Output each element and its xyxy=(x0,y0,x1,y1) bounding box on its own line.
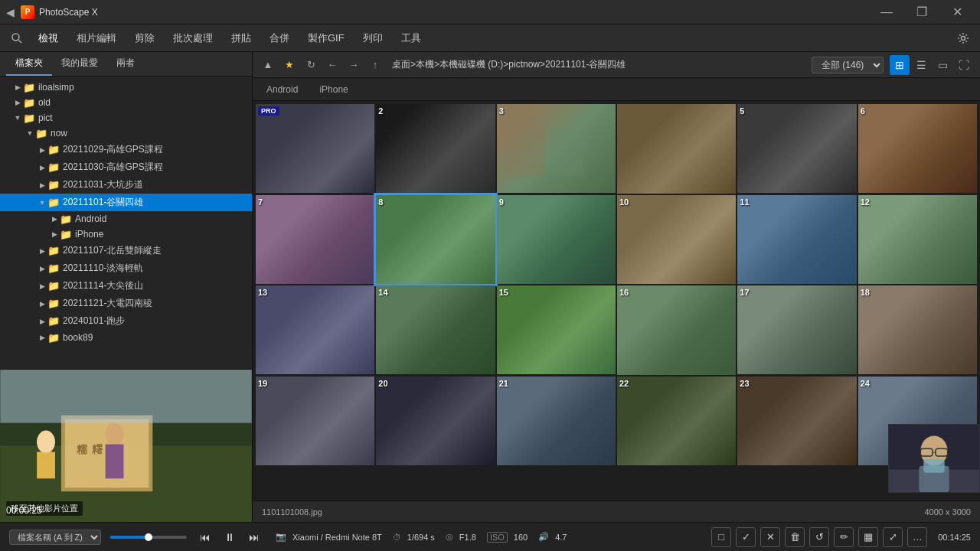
photo-cell-18[interactable]: 18 xyxy=(858,285,977,374)
photo-cell-16[interactable]: 16 xyxy=(617,285,736,375)
photo-cell-5[interactable]: 5 xyxy=(737,104,856,193)
up-nav-button[interactable]: ↑ xyxy=(366,56,384,74)
forward-nav-button[interactable]: → xyxy=(345,56,363,74)
preview-image[interactable]: 糯 糬 移至其他影片位置 00:00:25 xyxy=(0,370,252,522)
more-button[interactable]: … xyxy=(907,527,927,547)
progress-thumb[interactable] xyxy=(145,533,152,541)
tree-arrow: ▶ xyxy=(37,316,47,327)
refresh-button[interactable]: ↻ xyxy=(302,56,320,74)
photo-cell-21[interactable]: 21 xyxy=(497,377,616,465)
rewind-button[interactable]: ⏮ xyxy=(196,528,214,546)
photo-cell-22[interactable]: 22 xyxy=(617,377,736,466)
single-view-button[interactable]: ▭ xyxy=(933,55,952,75)
aperture-icon: ◎ xyxy=(446,532,453,542)
square-button[interactable]: □ xyxy=(711,527,731,547)
menu-gif[interactable]: 製作GIF xyxy=(300,28,352,48)
photo-cell-13[interactable]: 13 xyxy=(256,285,374,374)
pause-button[interactable]: ⏸ xyxy=(220,528,239,546)
search-button[interactable] xyxy=(6,28,28,49)
photo-cell-14[interactable]: 14 xyxy=(376,285,495,374)
count-dropdown[interactable]: 全部 (146) xyxy=(812,57,884,73)
fullscreen-button[interactable]: ⛶ xyxy=(954,55,974,75)
tree-arrow: ▶ xyxy=(12,82,23,93)
menu-collage[interactable]: 拼貼 xyxy=(224,28,259,48)
progress-track[interactable] xyxy=(110,536,187,539)
tree-item-20211030[interactable]: ▶ 📁 20211030-高雄GPS課程 xyxy=(0,158,252,176)
favorites-button[interactable]: ★ xyxy=(280,56,299,74)
collapse-button[interactable]: ▲ xyxy=(259,56,277,74)
back-button[interactable]: ◀ xyxy=(6,6,15,18)
tree-item-20211031[interactable]: ▶ 📁 20211031-大坑步道 xyxy=(0,176,252,194)
tree-item-now[interactable]: ▼ 📁 now xyxy=(0,126,252,141)
rotate-button[interactable]: ↺ xyxy=(809,527,829,547)
minimize-button[interactable]: — xyxy=(870,0,903,24)
tree-arrow: ▼ xyxy=(12,112,23,123)
photo-cell-10[interactable]: 10 xyxy=(617,195,736,285)
photo-cell-15[interactable]: 15 xyxy=(497,285,616,374)
photo-cell-6[interactable]: 6 xyxy=(858,104,977,193)
fast-forward-button[interactable]: ⏭ xyxy=(245,528,263,546)
photo-cell-19[interactable]: 19 xyxy=(256,377,374,465)
photo-cell-3[interactable]: 3 xyxy=(497,104,616,193)
photo-cell-9[interactable]: 9 xyxy=(497,195,616,284)
tree-item-20211029[interactable]: ▶ 📁 20211029-高雄GPS課程 xyxy=(0,141,252,158)
folder-icon: 📁 xyxy=(23,82,35,93)
tree-item-20240101[interactable]: ▶ 📁 20240101-跑步 xyxy=(0,312,252,330)
photo-cell-7[interactable]: 7 xyxy=(256,195,374,284)
tree-item-book89[interactable]: ▶ 📁 book89 xyxy=(0,330,252,345)
x-button[interactable]: ✕ xyxy=(760,527,780,547)
photo-cell-4[interactable] xyxy=(617,104,736,194)
tree-item-old[interactable]: ▶ 📁 old xyxy=(0,95,252,110)
photo-num: 18 xyxy=(861,288,870,297)
tree-item-20211110[interactable]: ▶ 📁 20211110-淡海輕軌 xyxy=(0,259,252,277)
tab-both[interactable]: 兩者 xyxy=(107,52,144,76)
menu-print[interactable]: 列印 xyxy=(355,28,390,48)
trash-button[interactable]: 🗑 xyxy=(785,527,805,547)
check-button[interactable]: ✓ xyxy=(736,527,756,547)
menu-combine[interactable]: 合併 xyxy=(262,28,297,48)
photo-num: 16 xyxy=(619,288,629,297)
settings-button[interactable] xyxy=(952,28,974,49)
tab-files[interactable]: 檔案夾 xyxy=(6,52,52,76)
sort-select[interactable]: 檔案名稱 (A 到 Z) xyxy=(9,530,101,545)
back-nav-button[interactable]: ← xyxy=(323,56,341,74)
filter-android[interactable]: Android xyxy=(259,82,305,97)
photo-cell-11[interactable]: 11 xyxy=(737,195,856,284)
photo-cell-2[interactable]: 2 xyxy=(376,104,495,193)
expand-button[interactable]: ⤢ xyxy=(883,527,903,547)
tree-item-android[interactable]: ▶ 📁 Android xyxy=(0,211,252,227)
camera-model: Xiaomi / Redmi Note 8T xyxy=(292,533,382,542)
photo-cell-20[interactable]: 20 xyxy=(376,377,495,465)
photo-num: 17 xyxy=(740,288,749,297)
menu-tools[interactable]: 工具 xyxy=(394,28,429,48)
grid-view-button[interactable]: ⊞ xyxy=(890,55,910,75)
photo-cell-1[interactable]: PRO xyxy=(256,104,374,193)
photo-cell-8[interactable]: 8 xyxy=(376,195,495,284)
menu-photo-edit[interactable]: 相片編輯 xyxy=(69,28,124,48)
menu-cut[interactable]: 剪除 xyxy=(127,28,162,48)
folder-icon: 📁 xyxy=(60,214,72,224)
photo-cell-17[interactable]: 17 xyxy=(737,285,856,374)
menu-view[interactable]: 檢視 xyxy=(31,28,66,48)
close-button[interactable]: ✕ xyxy=(940,0,974,24)
list-view-button[interactable]: ☰ xyxy=(911,55,931,75)
tree-item-20211114[interactable]: ▶ 📁 20211114-大尖後山 xyxy=(0,277,252,295)
edit-button[interactable]: ✏ xyxy=(834,527,854,547)
folder-icon: 📁 xyxy=(47,162,60,173)
photo-cell-23[interactable]: 23 xyxy=(737,377,856,465)
tab-favorites[interactable]: 我的最愛 xyxy=(52,52,107,76)
layout-button[interactable]: ▦ xyxy=(858,527,878,547)
tree-item-20211121[interactable]: ▶ 📁 20211121-大電四南稜 xyxy=(0,295,252,312)
tree-item-iphone[interactable]: ▶ 📁 iPhone xyxy=(0,227,252,242)
maximize-button[interactable]: ❐ xyxy=(905,0,939,24)
tree-item-pict[interactable]: ▼ 📁 pict xyxy=(0,110,252,126)
tree-label: 20211121-大電四南稜 xyxy=(63,297,152,310)
tree-item-iloalsimp[interactable]: ▶ 📁 iloalsimp xyxy=(0,80,252,95)
photo-cell-12[interactable]: 12 xyxy=(858,195,977,284)
menu-batch[interactable]: 批次處理 xyxy=(165,28,220,48)
tree-arrow: ▶ xyxy=(37,180,47,191)
tree-item-20211107[interactable]: ▶ 📁 20211107-北岳雙師縱走 xyxy=(0,242,252,259)
volume-value: 4.7 xyxy=(555,533,567,542)
tree-item-20211101[interactable]: ▼ 📁 20211101-谷關四雄 xyxy=(0,194,252,211)
filter-iphone[interactable]: iPhone xyxy=(312,82,355,97)
